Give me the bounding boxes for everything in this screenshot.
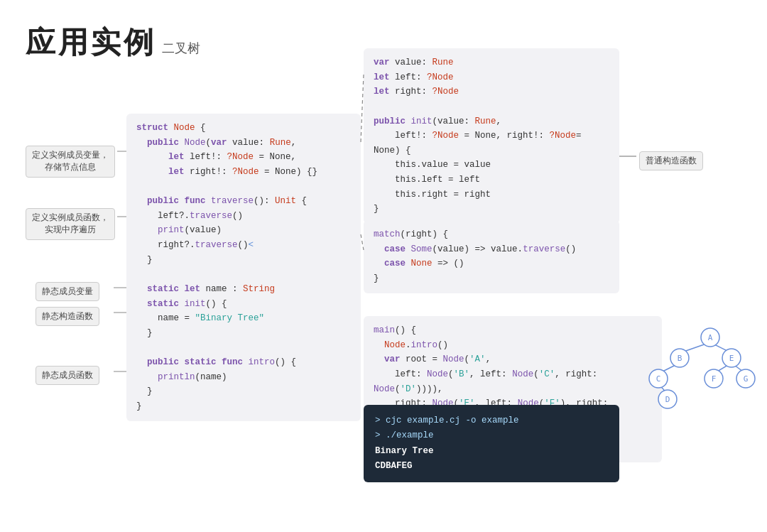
svg-line-3 [680,342,710,353]
svg-text:E: E [729,354,734,363]
svg-point-11 [670,349,689,367]
annotation-normal-constructor: 普通构造函数 [639,151,703,170]
code-box-node-init: var value: Rune let left: ?Node let righ… [364,48,619,224]
svg-text:D: D [665,395,670,404]
svg-text:G: G [744,374,749,384]
annotation-instance-func: 定义实例成员函数，实现中序遍历 [26,208,115,240]
title-main: 应用实例 [26,23,156,63]
annotation-instance-var: 定义实例成员变量，存储节点信息 [26,146,115,178]
annotation-static-constructor: 静态构造函数 [36,307,99,326]
title-area: 应用实例 二叉树 [26,23,200,63]
code-box-struct-node: struct Node { public Node(var value: Run… [126,114,361,421]
code-box-match: match(right) { case Some(value) => value… [364,220,619,293]
svg-line-6 [714,363,731,374]
svg-point-9 [701,328,719,347]
svg-text:A: A [708,333,713,342]
svg-line-4 [710,342,731,353]
annotation-static-func: 静态成员函数 [36,366,99,385]
svg-point-19 [736,369,755,388]
svg-line-7 [731,363,746,374]
svg-point-13 [722,349,741,367]
terminal-output: > cjc example.cj -o example > ./example … [364,405,619,482]
annotation-static-var: 静态成员变量 [36,282,99,301]
title-sub: 二叉树 [162,40,200,57]
svg-text:F: F [712,374,717,384]
svg-text:B: B [678,354,682,363]
svg-point-17 [705,369,723,388]
